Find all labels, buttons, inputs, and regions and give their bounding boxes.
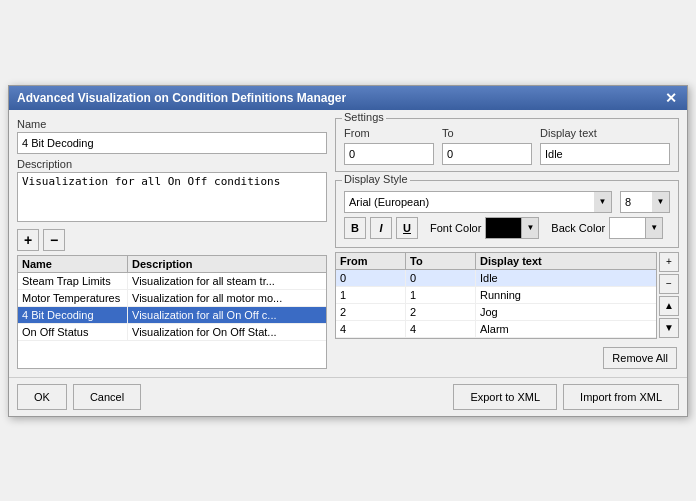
table-row[interactable]: 4 4 Alarm bbox=[336, 321, 656, 338]
row-name: Steam Trap Limits bbox=[18, 273, 128, 289]
col-desc: Description bbox=[128, 256, 326, 272]
table-row[interactable]: 1 1 Running bbox=[336, 287, 656, 304]
from-input[interactable] bbox=[344, 143, 434, 165]
format-buttons: B I U bbox=[344, 217, 418, 239]
font-row: Arial (European) ▼ 8 ▼ bbox=[344, 191, 670, 213]
move-down-button[interactable]: ▼ bbox=[659, 318, 679, 338]
dialog-title: Advanced Visualization on Condition Defi… bbox=[17, 91, 346, 105]
main-dialog: Advanced Visualization on Condition Defi… bbox=[8, 85, 688, 417]
back-color-picker[interactable]: ▼ bbox=[609, 217, 663, 239]
right-panel: Settings From To Display text bbox=[335, 118, 679, 369]
cell-to: 1 bbox=[406, 287, 476, 303]
to-input[interactable] bbox=[442, 143, 532, 165]
ok-button[interactable]: OK bbox=[17, 384, 67, 410]
remove-row-button[interactable]: − bbox=[659, 274, 679, 294]
font-color-arrow: ▼ bbox=[522, 218, 538, 238]
left-panel: Name Description Visualization for all O… bbox=[17, 118, 327, 369]
format-row: B I U Font Color ▼ Back Color bbox=[344, 217, 670, 239]
list-header: Name Description bbox=[18, 256, 326, 273]
title-bar: Advanced Visualization on Condition Defi… bbox=[9, 86, 687, 110]
table-row[interactable]: 2 2 Jog bbox=[336, 304, 656, 321]
table-side-buttons: + − ▲ ▼ bbox=[657, 252, 679, 339]
name-label: Name bbox=[17, 118, 327, 130]
underline-button[interactable]: U bbox=[396, 217, 418, 239]
display-style-group: Display Style Arial (European) ▼ 8 ▼ bbox=[335, 180, 679, 248]
cell-from: 2 bbox=[336, 304, 406, 320]
settings-legend: Settings bbox=[342, 111, 386, 123]
table-row[interactable]: 0 0 Idle bbox=[336, 270, 656, 287]
back-color-group: Back Color ▼ bbox=[551, 217, 663, 239]
cell-from: 4 bbox=[336, 321, 406, 337]
export-button[interactable]: Export to XML bbox=[453, 384, 557, 410]
description-input[interactable]: Visualization for all On Off conditions bbox=[17, 172, 327, 222]
add-row-button[interactable]: + bbox=[659, 252, 679, 272]
data-table-body: 0 0 Idle 1 1 Running 2 2 Jog bbox=[336, 270, 656, 338]
col-to: To bbox=[406, 253, 476, 269]
move-up-button[interactable]: ▲ bbox=[659, 296, 679, 316]
row-desc: Visualization for all steam tr... bbox=[128, 273, 326, 289]
cancel-button[interactable]: Cancel bbox=[73, 384, 141, 410]
font-select[interactable]: Arial (European) bbox=[344, 191, 612, 213]
data-table-header: From To Display text bbox=[336, 253, 656, 270]
italic-button[interactable]: I bbox=[370, 217, 392, 239]
cell-text: Alarm bbox=[476, 321, 656, 337]
add-item-button[interactable]: + bbox=[17, 229, 39, 251]
list-item[interactable]: Steam Trap Limits Visualization for all … bbox=[18, 273, 326, 290]
font-select-wrap: Arial (European) ▼ bbox=[344, 191, 612, 213]
display-text-input[interactable] bbox=[540, 143, 670, 165]
cell-text: Running bbox=[476, 287, 656, 303]
row-name: On Off Status bbox=[18, 324, 128, 340]
list-item[interactable]: Motor Temperatures Visualization for all… bbox=[18, 290, 326, 307]
col-display: Display text bbox=[476, 253, 656, 269]
data-table-area: From To Display text 0 0 Idle 1 1 bbox=[335, 252, 679, 339]
cell-to: 0 bbox=[406, 270, 476, 286]
font-color-swatch bbox=[486, 218, 522, 238]
font-color-label: Font Color bbox=[430, 222, 481, 234]
name-input[interactable] bbox=[17, 132, 327, 154]
cell-from: 1 bbox=[336, 287, 406, 303]
display-text-field: Display text bbox=[540, 127, 670, 165]
list-item[interactable]: On Off Status Visualization for On Off S… bbox=[18, 324, 326, 341]
display-style-legend: Display Style bbox=[342, 173, 410, 185]
from-label: From bbox=[344, 127, 434, 139]
import-button[interactable]: Import from XML bbox=[563, 384, 679, 410]
to-field: To bbox=[442, 127, 532, 165]
list-item[interactable]: 4 Bit Decoding Visualization for all On … bbox=[18, 307, 326, 324]
description-field-group: Description Visualization for all On Off… bbox=[17, 158, 327, 225]
back-color-swatch bbox=[610, 218, 646, 238]
row-desc: Visualization for On Off Stat... bbox=[128, 324, 326, 340]
col-name: Name bbox=[18, 256, 128, 272]
font-select-arrow[interactable]: ▼ bbox=[594, 191, 612, 213]
display-text-label: Display text bbox=[540, 127, 670, 139]
cell-text: Jog bbox=[476, 304, 656, 320]
remove-all-row: Remove All bbox=[335, 343, 679, 369]
font-color-group: Font Color ▼ bbox=[430, 217, 539, 239]
to-label: To bbox=[442, 127, 532, 139]
size-select-wrap: 8 ▼ bbox=[620, 191, 670, 213]
name-field-group: Name bbox=[17, 118, 327, 154]
row-desc: Visualization for all motor mo... bbox=[128, 290, 326, 306]
footer: OK Cancel Export to XML Import from XML bbox=[9, 377, 687, 416]
cell-to: 2 bbox=[406, 304, 476, 320]
conditions-list: Name Description Steam Trap Limits Visua… bbox=[17, 255, 327, 369]
bold-button[interactable]: B bbox=[344, 217, 366, 239]
description-label: Description bbox=[17, 158, 327, 170]
settings-group: Settings From To Display text bbox=[335, 118, 679, 172]
remove-item-button[interactable]: − bbox=[43, 229, 65, 251]
footer-right: Export to XML Import from XML bbox=[453, 384, 679, 410]
font-color-picker[interactable]: ▼ bbox=[485, 217, 539, 239]
back-color-arrow: ▼ bbox=[646, 218, 662, 238]
cell-text: Idle bbox=[476, 270, 656, 286]
from-field: From bbox=[344, 127, 434, 165]
row-name: Motor Temperatures bbox=[18, 290, 128, 306]
row-name: 4 Bit Decoding bbox=[18, 307, 128, 323]
list-controls: + − bbox=[17, 229, 327, 251]
cell-from: 0 bbox=[336, 270, 406, 286]
row-desc: Visualization for all On Off c... bbox=[128, 307, 326, 323]
close-button[interactable]: ✕ bbox=[663, 90, 679, 106]
cell-to: 4 bbox=[406, 321, 476, 337]
data-table: From To Display text 0 0 Idle 1 1 bbox=[335, 252, 657, 339]
size-select-arrow[interactable]: ▼ bbox=[652, 191, 670, 213]
back-color-label: Back Color bbox=[551, 222, 605, 234]
remove-all-button[interactable]: Remove All bbox=[603, 347, 677, 369]
